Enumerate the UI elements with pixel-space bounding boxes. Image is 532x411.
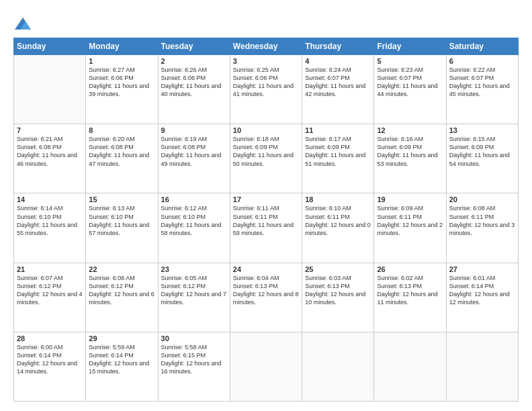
day-cell: 19Sunrise: 6:09 AMSunset: 6:11 PMDayligh… xyxy=(374,193,446,263)
day-info: Sunrise: 6:22 AMSunset: 6:07 PMDaylight:… xyxy=(449,66,515,99)
page: SundayMondayTuesdayWednesdayThursdayFrid… xyxy=(0,0,532,411)
day-info: Sunrise: 6:26 AMSunset: 6:06 PMDaylight:… xyxy=(161,66,227,99)
day-info: Sunrise: 6:23 AMSunset: 6:07 PMDaylight:… xyxy=(377,66,443,99)
day-info: Sunrise: 6:05 AMSunset: 6:12 PMDaylight:… xyxy=(161,274,227,307)
day-number: 5 xyxy=(377,57,443,65)
day-info: Sunrise: 5:59 AMSunset: 6:14 PMDaylight:… xyxy=(89,343,154,376)
day-cell: 24Sunrise: 6:04 AMSunset: 6:13 PMDayligh… xyxy=(230,263,302,332)
day-cell: 27Sunrise: 6:01 AMSunset: 6:14 PMDayligh… xyxy=(446,263,518,332)
day-cell: 14Sunrise: 6:14 AMSunset: 6:10 PMDayligh… xyxy=(14,193,86,263)
day-info: Sunrise: 6:21 AMSunset: 6:08 PMDaylight:… xyxy=(17,135,83,168)
day-info: Sunrise: 6:00 AMSunset: 6:14 PMDaylight:… xyxy=(17,343,83,376)
day-header-sunday: Sunday xyxy=(14,38,86,55)
day-cell: 23Sunrise: 6:05 AMSunset: 6:12 PMDayligh… xyxy=(158,263,230,332)
day-cell: 26Sunrise: 6:02 AMSunset: 6:13 PMDayligh… xyxy=(374,263,446,332)
day-cell: 18Sunrise: 6:10 AMSunset: 6:11 PMDayligh… xyxy=(302,193,374,263)
day-number: 22 xyxy=(89,265,154,273)
day-cell: 6Sunrise: 6:22 AMSunset: 6:07 PMDaylight… xyxy=(446,55,518,124)
day-info: Sunrise: 6:07 AMSunset: 6:12 PMDaylight:… xyxy=(17,274,83,307)
day-cell: 15Sunrise: 6:13 AMSunset: 6:10 PMDayligh… xyxy=(86,193,158,263)
day-number: 8 xyxy=(89,126,154,134)
day-cell: 25Sunrise: 6:03 AMSunset: 6:13 PMDayligh… xyxy=(302,263,374,332)
day-info: Sunrise: 6:24 AMSunset: 6:07 PMDaylight:… xyxy=(305,66,371,99)
day-info: Sunrise: 6:17 AMSunset: 6:09 PMDaylight:… xyxy=(305,135,371,168)
day-cell: 8Sunrise: 6:20 AMSunset: 6:08 PMDaylight… xyxy=(86,124,158,193)
day-info: Sunrise: 6:20 AMSunset: 6:08 PMDaylight:… xyxy=(89,135,154,168)
day-number: 23 xyxy=(161,265,227,273)
day-cell: 11Sunrise: 6:17 AMSunset: 6:09 PMDayligh… xyxy=(302,124,374,193)
day-header-wednesday: Wednesday xyxy=(230,38,302,55)
day-info: Sunrise: 6:19 AMSunset: 6:08 PMDaylight:… xyxy=(161,135,227,168)
day-cell: 9Sunrise: 6:19 AMSunset: 6:08 PMDaylight… xyxy=(158,124,230,193)
days-header-row: SundayMondayTuesdayWednesdayThursdayFrid… xyxy=(14,38,519,55)
day-cell: 20Sunrise: 6:08 AMSunset: 6:11 PMDayligh… xyxy=(446,193,518,263)
week-row-5: 28Sunrise: 6:00 AMSunset: 6:14 PMDayligh… xyxy=(14,332,519,401)
day-cell: 17Sunrise: 6:11 AMSunset: 6:11 PMDayligh… xyxy=(230,193,302,263)
header xyxy=(13,12,519,34)
day-info: Sunrise: 6:06 AMSunset: 6:12 PMDaylight:… xyxy=(89,274,154,307)
day-number: 19 xyxy=(377,195,443,203)
day-number: 7 xyxy=(17,126,83,134)
day-cell xyxy=(374,332,446,401)
day-info: Sunrise: 6:25 AMSunset: 6:06 PMDaylight:… xyxy=(233,66,299,99)
day-number: 27 xyxy=(449,265,515,273)
day-info: Sunrise: 6:27 AMSunset: 6:06 PMDaylight:… xyxy=(89,66,154,99)
day-info: Sunrise: 6:11 AMSunset: 6:11 PMDaylight:… xyxy=(233,204,299,237)
day-header-monday: Monday xyxy=(86,38,158,55)
day-header-friday: Friday xyxy=(374,38,446,55)
day-number: 2 xyxy=(161,57,227,65)
day-header-tuesday: Tuesday xyxy=(158,38,230,55)
day-info: Sunrise: 6:14 AMSunset: 6:10 PMDaylight:… xyxy=(17,204,83,237)
day-cell: 12Sunrise: 6:16 AMSunset: 6:09 PMDayligh… xyxy=(374,124,446,193)
day-info: Sunrise: 6:04 AMSunset: 6:13 PMDaylight:… xyxy=(233,274,299,307)
day-number: 17 xyxy=(233,195,299,203)
day-cell xyxy=(14,55,86,124)
day-cell: 16Sunrise: 6:12 AMSunset: 6:10 PMDayligh… xyxy=(158,193,230,263)
day-number: 1 xyxy=(89,57,154,65)
logo xyxy=(13,15,34,34)
day-cell xyxy=(302,332,374,401)
day-cell: 21Sunrise: 6:07 AMSunset: 6:12 PMDayligh… xyxy=(14,263,86,332)
day-number: 20 xyxy=(449,195,515,203)
day-cell: 1Sunrise: 6:27 AMSunset: 6:06 PMDaylight… xyxy=(86,55,158,124)
day-number: 29 xyxy=(89,334,154,342)
day-cell: 7Sunrise: 6:21 AMSunset: 6:08 PMDaylight… xyxy=(14,124,86,193)
day-cell: 2Sunrise: 6:26 AMSunset: 6:06 PMDaylight… xyxy=(158,55,230,124)
day-info: Sunrise: 6:02 AMSunset: 6:13 PMDaylight:… xyxy=(377,274,443,307)
day-number: 14 xyxy=(17,195,83,203)
day-number: 10 xyxy=(233,126,299,134)
day-cell: 4Sunrise: 6:24 AMSunset: 6:07 PMDaylight… xyxy=(302,55,374,124)
day-number: 11 xyxy=(305,126,371,134)
day-number: 24 xyxy=(233,265,299,273)
day-cell xyxy=(230,332,302,401)
day-cell: 3Sunrise: 6:25 AMSunset: 6:06 PMDaylight… xyxy=(230,55,302,124)
day-info: Sunrise: 6:01 AMSunset: 6:14 PMDaylight:… xyxy=(449,274,515,307)
day-header-saturday: Saturday xyxy=(446,38,518,55)
day-number: 28 xyxy=(17,334,83,342)
logo-icon xyxy=(13,15,32,34)
week-row-4: 21Sunrise: 6:07 AMSunset: 6:12 PMDayligh… xyxy=(14,263,519,332)
day-number: 3 xyxy=(233,57,299,65)
day-number: 6 xyxy=(449,57,515,65)
week-row-1: 1Sunrise: 6:27 AMSunset: 6:06 PMDaylight… xyxy=(14,55,519,124)
day-info: Sunrise: 6:03 AMSunset: 6:13 PMDaylight:… xyxy=(305,274,371,307)
day-number: 9 xyxy=(161,126,227,134)
day-info: Sunrise: 6:08 AMSunset: 6:11 PMDaylight:… xyxy=(449,204,515,237)
calendar: SundayMondayTuesdayWednesdayThursdayFrid… xyxy=(13,38,519,402)
day-number: 12 xyxy=(377,126,443,134)
day-info: Sunrise: 6:18 AMSunset: 6:09 PMDaylight:… xyxy=(233,135,299,168)
day-cell: 30Sunrise: 5:58 AMSunset: 6:15 PMDayligh… xyxy=(158,332,230,401)
day-info: Sunrise: 6:12 AMSunset: 6:10 PMDaylight:… xyxy=(161,204,227,237)
day-cell: 28Sunrise: 6:00 AMSunset: 6:14 PMDayligh… xyxy=(14,332,86,401)
day-info: Sunrise: 6:15 AMSunset: 6:09 PMDaylight:… xyxy=(449,135,515,168)
day-header-thursday: Thursday xyxy=(302,38,374,55)
day-number: 16 xyxy=(161,195,227,203)
day-info: Sunrise: 6:16 AMSunset: 6:09 PMDaylight:… xyxy=(377,135,443,168)
day-cell: 22Sunrise: 6:06 AMSunset: 6:12 PMDayligh… xyxy=(86,263,158,332)
day-info: Sunrise: 6:13 AMSunset: 6:10 PMDaylight:… xyxy=(89,204,154,237)
day-number: 13 xyxy=(449,126,515,134)
day-info: Sunrise: 5:58 AMSunset: 6:15 PMDaylight:… xyxy=(161,343,227,376)
day-info: Sunrise: 6:09 AMSunset: 6:11 PMDaylight:… xyxy=(377,204,443,237)
day-number: 18 xyxy=(305,195,371,203)
day-number: 25 xyxy=(305,265,371,273)
